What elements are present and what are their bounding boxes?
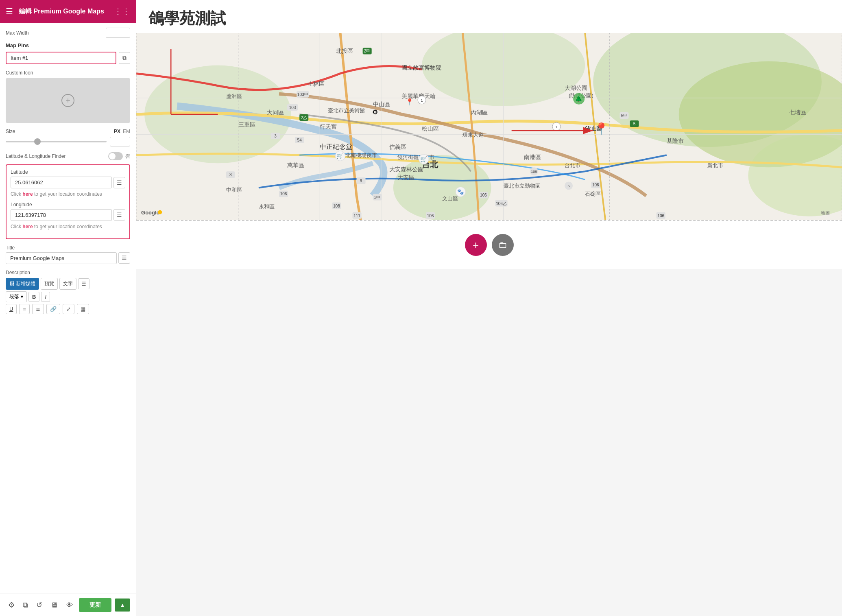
description-label: Description: [6, 270, 130, 275]
grid-icon[interactable]: ⋮⋮: [114, 7, 130, 16]
svg-text:信義區: 信義區: [389, 144, 406, 150]
desktop-icon-btn[interactable]: 🖥: [48, 599, 60, 611]
fab-folder-btn[interactable]: 🗀: [492, 234, 514, 256]
svg-text:2甲: 2甲: [364, 49, 371, 53]
copy-button[interactable]: ⧉: [119, 52, 130, 64]
folder-icon: 🗀: [498, 240, 507, 250]
text-btn[interactable]: 文字: [59, 278, 76, 290]
link-btn[interactable]: 🔗: [46, 304, 60, 314]
max-width-input[interactable]: [106, 28, 130, 38]
format-select[interactable]: 段落 ▾: [6, 291, 27, 302]
custom-icon-label: Custom Icon: [6, 70, 130, 76]
size-label: Size: [6, 129, 15, 134]
svg-text:106: 106: [480, 193, 487, 197]
title-input[interactable]: [6, 252, 117, 264]
svg-text:5甲: 5甲: [621, 114, 628, 118]
svg-text:國立故宮博物院: 國立故宮博物院: [401, 64, 441, 71]
svg-text:臺北市立動物園: 臺北市立動物園: [504, 183, 541, 189]
toggle-wrap: 否: [108, 152, 130, 160]
svg-text:9: 9: [360, 179, 362, 183]
italic-btn[interactable]: I: [41, 292, 50, 302]
em-option[interactable]: EM: [123, 129, 130, 134]
svg-text:臺北市立美術館: 臺北市立美術館: [328, 107, 365, 114]
fullscreen-btn[interactable]: ⤢: [63, 304, 74, 314]
longitude-here-link[interactable]: here: [22, 224, 33, 229]
sidebar-title: 編輯 Premium Google Maps: [19, 7, 114, 16]
svg-text:南港區: 南港區: [524, 154, 541, 160]
custom-icon-placeholder[interactable]: +: [6, 78, 130, 123]
latitude-input[interactable]: [11, 177, 112, 188]
visibility-icon-btn[interactable]: 👁: [63, 599, 76, 611]
icon-row: U ≡ ≣ 🔗 ⤢ ▦: [6, 304, 130, 314]
svg-text:🌲: 🌲: [575, 95, 582, 103]
sidebar-footer: ⚙ ⧉ ↺ 🖥 👁 更新 ▲: [0, 594, 136, 616]
svg-text:5: 5: [568, 184, 570, 188]
size-slider[interactable]: [6, 141, 107, 142]
map-pins-label: Map Pins: [6, 42, 130, 48]
svg-text:🛒: 🛒: [336, 152, 344, 159]
svg-text:2乙: 2乙: [301, 116, 307, 120]
lat-long-toggle[interactable]: [108, 152, 123, 160]
table-btn[interactable]: ▦: [77, 304, 89, 314]
size-row: Size PX EM: [6, 129, 130, 134]
longitude-label: Longitude: [11, 202, 125, 208]
map-svg: 北投區 國立故宮博物院 士林區 美麗華摩天輪 蘆洲區 大湖公園 (防災公園) 中…: [136, 33, 842, 220]
svg-text:環東大道: 環東大道: [462, 132, 484, 138]
layers-icon-btn[interactable]: ⧉: [20, 599, 31, 611]
svg-text:中和區: 中和區: [226, 187, 242, 193]
svg-text:106: 106: [427, 214, 434, 218]
svg-text:新北市: 新北市: [707, 162, 723, 168]
svg-text:大安區: 大安區: [397, 174, 414, 181]
svg-text:1: 1: [421, 98, 423, 103]
title-stack-btn[interactable]: ☰: [118, 252, 130, 264]
svg-text:大湖公園: 大湖公園: [565, 85, 587, 91]
svg-text:中山區: 中山區: [373, 101, 390, 107]
latitude-stack-btn[interactable]: ☰: [113, 177, 125, 188]
settings-icon-btn[interactable]: ⚙: [6, 599, 17, 611]
svg-text:北投區: 北投區: [336, 48, 353, 54]
underline-btn[interactable]: U: [6, 304, 17, 314]
svg-text:106: 106: [592, 183, 599, 187]
dropdown-arrow-btn[interactable]: ▲: [115, 599, 130, 612]
max-width-row: Max Width: [6, 27, 130, 38]
bold-btn[interactable]: B: [28, 292, 39, 302]
svg-text:三重區: 三重區: [238, 121, 255, 128]
svg-text:106: 106: [280, 192, 287, 196]
preview-btn[interactable]: 預覽: [41, 278, 58, 290]
svg-text:109: 109: [531, 170, 537, 174]
map-container[interactable]: 北投區 國立故宮博物院 士林區 美麗華摩天輪 蘆洲區 大湖公園 (防災公園) 中…: [136, 33, 842, 220]
svg-text:石碇區: 石碇區: [585, 191, 601, 197]
hamburger-icon[interactable]: ☰: [6, 7, 13, 16]
svg-text:📍: 📍: [406, 98, 414, 106]
svg-text:七堵區: 七堵區: [789, 109, 806, 116]
list-ordered-btn[interactable]: ≡: [19, 304, 30, 314]
svg-text:文山區: 文山區: [442, 195, 458, 201]
bottom-section: + 🗀: [136, 220, 842, 269]
history-icon-btn[interactable]: ↺: [34, 599, 45, 611]
desc-stack-btn[interactable]: ☰: [78, 278, 89, 289]
svg-text:🐾: 🐾: [457, 188, 464, 195]
svg-text:54: 54: [297, 138, 302, 142]
longitude-stack-btn[interactable]: ☰: [113, 209, 125, 221]
svg-text:111: 111: [353, 214, 360, 218]
px-option[interactable]: PX: [114, 129, 120, 134]
fab-plus-btn[interactable]: +: [465, 234, 487, 256]
longitude-input[interactable]: [11, 209, 112, 221]
item-input[interactable]: [6, 52, 116, 64]
update-btn[interactable]: 更新: [79, 598, 111, 612]
svg-text:103: 103: [289, 105, 296, 110]
svg-text:地圖: 地圖: [820, 210, 830, 215]
list-unordered-btn[interactable]: ≣: [32, 304, 44, 314]
max-width-label: Max Width: [6, 30, 29, 36]
svg-text:3甲: 3甲: [374, 195, 381, 200]
page-title: 鴿學苑測試: [136, 0, 842, 33]
size-input[interactable]: [110, 137, 130, 146]
longitude-input-row: ☰: [11, 209, 125, 221]
latitude-here-link[interactable]: here: [22, 191, 33, 197]
svg-text:大同區: 大同區: [267, 109, 284, 116]
svg-text:3: 3: [229, 173, 232, 177]
latitude-input-row: ☰: [11, 177, 125, 188]
add-media-btn[interactable]: 🖼 新增媒體: [6, 278, 39, 290]
add-icon: +: [61, 94, 74, 107]
format-row: 段落 ▾ B I: [6, 291, 130, 302]
